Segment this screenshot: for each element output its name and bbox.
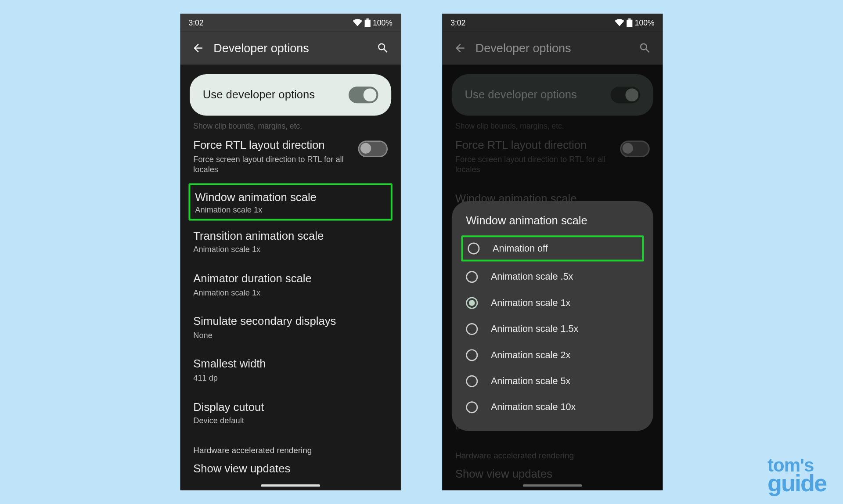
appbar-title: Developer options	[210, 41, 371, 55]
animator-dur-sub: Animation scale 1x	[193, 288, 388, 298]
wifi-icon	[353, 19, 362, 26]
radio-animation-off[interactable]: Animation off	[463, 237, 642, 259]
animator-dur-title: Animator duration scale	[193, 272, 388, 286]
toms-guide-logo: tom's guide	[767, 457, 826, 493]
display-cutout-title: Display cutout	[193, 400, 388, 414]
setting-transition-anim[interactable]: Transition animation scale Animation sca…	[180, 220, 401, 263]
radio-animation-10x[interactable]: Animation scale 10x	[452, 394, 653, 420]
setting-display-cutout[interactable]: Display cutout Device default	[180, 392, 401, 435]
status-bar: 3:02 100%	[442, 14, 663, 32]
arrow-back-icon	[191, 42, 205, 55]
radio-icon	[466, 349, 478, 361]
wifi-icon	[615, 19, 624, 26]
radio-icon	[466, 375, 478, 387]
nav-pill[interactable]	[261, 484, 320, 486]
svg-rect-3	[628, 18, 630, 20]
radio-label: Animation scale 2x	[491, 350, 570, 360]
radio-label: Animation scale .5x	[491, 272, 573, 282]
smallest-width-title: Smallest width	[193, 357, 388, 372]
radio-icon	[466, 271, 478, 283]
battery-percent: 100%	[373, 18, 393, 27]
radio-label: Animation scale 5x	[491, 376, 570, 386]
smallest-width-sub: 411 dp	[193, 373, 388, 384]
radio-icon	[468, 242, 479, 254]
radio-icon	[466, 297, 478, 309]
cutoff-prev-item: Show clip bounds, margins, etc.	[180, 122, 401, 130]
highlight-window-animation: Window animation scale Animation scale 1…	[188, 183, 392, 220]
app-bar: Developer options	[180, 32, 401, 65]
show-view-updates-title: Show view updates	[193, 462, 388, 476]
appbar-title: Developer options	[472, 41, 633, 55]
radio-animation-15x[interactable]: Animation scale 1.5x	[452, 316, 653, 342]
radio-icon	[466, 401, 478, 413]
status-bar: 3:02 100%	[180, 14, 401, 32]
phone-left: 3:02 100% Developer options Use develope…	[180, 14, 401, 490]
setting-smallest-width[interactable]: Smallest width 411 dp	[180, 349, 401, 392]
back-button[interactable]	[186, 36, 210, 60]
force-rtl-sub: Force screen layout direction to RTL for…	[193, 154, 352, 175]
radio-label: Animation off	[493, 243, 548, 254]
setting-force-rtl[interactable]: Force RTL layout direction Force screen …	[180, 130, 401, 183]
content-area: Use developer options Show clip bounds, …	[442, 65, 663, 490]
highlight-animation-off: Animation off	[461, 235, 644, 261]
section-hw-rendering: Hardware accelerated rendering	[180, 435, 401, 458]
use-dev-options-label: Use developer options	[203, 88, 349, 101]
radio-animation-2x[interactable]: Animation scale 2x	[452, 342, 653, 368]
search-icon	[376, 42, 389, 55]
arrow-back-icon	[454, 42, 467, 55]
svg-rect-2	[627, 20, 633, 27]
phone-right: 3:02 100% Developer options Use develope…	[442, 14, 663, 490]
status-time: 3:02	[450, 18, 465, 27]
radio-animation-05x[interactable]: Animation scale .5x	[452, 264, 653, 290]
radio-animation-1x[interactable]: Animation scale 1x	[452, 290, 653, 316]
setting-simulate-displays[interactable]: Simulate secondary displays None	[180, 306, 401, 349]
radio-icon	[466, 323, 478, 335]
window-anim-title[interactable]: Window animation scale	[195, 191, 386, 204]
svg-rect-0	[364, 20, 371, 27]
status-right: 100%	[615, 18, 655, 27]
transition-anim-title: Transition animation scale	[193, 229, 388, 243]
use-dev-options-card[interactable]: Use developer options	[190, 74, 391, 116]
radio-label: Animation scale 1x	[491, 298, 570, 308]
window-anim-sub: Animation scale 1x	[195, 205, 386, 214]
dialog-title: Window animation scale	[452, 214, 653, 233]
battery-percent: 100%	[635, 18, 655, 27]
app-bar: Developer options	[442, 32, 663, 65]
window-anim-dialog: Window animation scale Animation off Ani…	[452, 201, 653, 431]
display-cutout-sub: Device default	[193, 416, 388, 426]
status-right: 100%	[353, 18, 393, 27]
setting-animator-duration[interactable]: Animator duration scale Animation scale …	[180, 263, 401, 306]
search-button[interactable]	[371, 36, 395, 60]
back-button[interactable]	[448, 36, 472, 60]
search-button[interactable]	[633, 36, 657, 60]
battery-icon	[364, 18, 371, 27]
radio-label: Animation scale 10x	[491, 402, 576, 413]
force-rtl-switch[interactable]	[358, 140, 388, 157]
content-area[interactable]: Use developer options Show clip bounds, …	[180, 65, 401, 490]
sim-disp-title: Simulate secondary displays	[193, 314, 388, 329]
search-icon	[638, 42, 652, 55]
svg-rect-1	[366, 18, 368, 20]
radio-animation-5x[interactable]: Animation scale 5x	[452, 368, 653, 394]
setting-show-view-updates[interactable]: Show view updates	[180, 458, 401, 485]
force-rtl-title: Force RTL layout direction	[193, 138, 352, 153]
radio-label: Animation scale 1.5x	[491, 324, 578, 334]
status-time: 3:02	[188, 18, 203, 27]
sim-disp-sub: None	[193, 330, 388, 341]
battery-icon	[627, 18, 633, 27]
transition-anim-sub: Animation scale 1x	[193, 245, 388, 255]
logo-line2: guide	[767, 473, 826, 493]
use-dev-options-switch[interactable]	[349, 86, 378, 103]
